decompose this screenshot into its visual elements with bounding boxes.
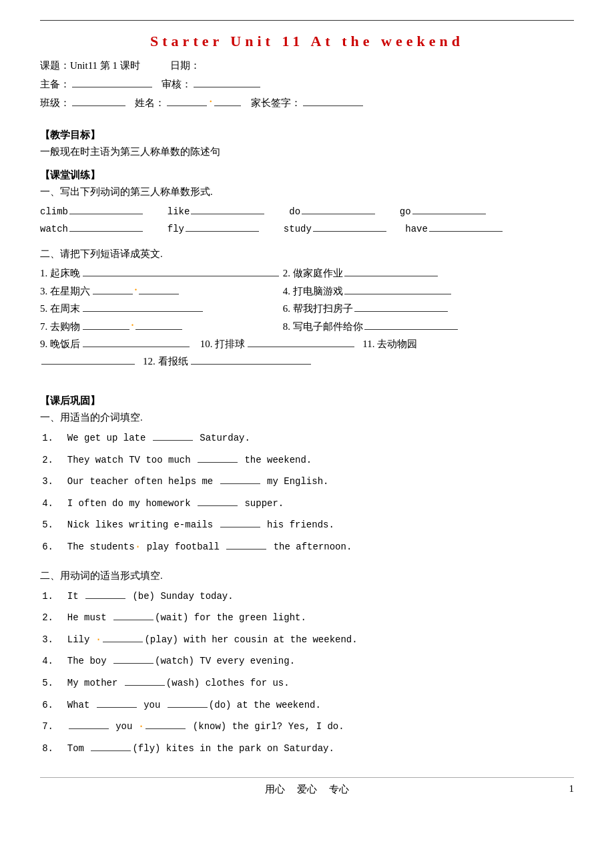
num-1-6: 6. [40,538,53,556]
blank-2-6b[interactable] [168,697,208,708]
sentence-2-4: 4. The boy (watch) TV every evening. [40,652,574,670]
study-blank[interactable] [313,221,386,232]
trans-blank-7b[interactable] [135,319,182,330]
trans-num-11-label: 11. 去动物园 [362,338,417,351]
blank-2-1[interactable] [85,588,125,599]
num-1-4: 4. [40,495,53,513]
footer-center: 用心 爱心 专心 [265,783,349,796]
climb-blank[interactable] [69,204,143,214]
consolidation-title: 【课后巩固】 [40,395,574,407]
blank-2-8[interactable] [91,740,131,751]
verb-have: have [400,221,504,234]
num-1-1: 1. [40,429,53,447]
num-2-7: 7. [40,718,53,736]
trans-blank-9[interactable] [83,337,190,347]
sentence-2-2: 2. He must (wait) for the green light. [40,609,574,627]
watch-blank[interactable] [69,221,143,232]
blank-2-3[interactable] [103,632,143,642]
num-2-3: 3. [40,631,53,649]
shenhe-field[interactable] [194,75,260,87]
verb-fill-title: 二、用动词的适当形式填空. [40,570,574,582]
parentLabel: 家长签字： [251,97,301,110]
trans-num-9: 9. 晚饭后 [40,338,80,351]
sentence-2-5: 5. My mother (wash) clothes for us. [40,674,574,692]
class-field[interactable] [72,94,125,106]
trans-num-10: 10. 打排球 [198,338,245,351]
do-blank[interactable] [302,204,375,214]
sentence-1-4: 4. I often do my homework supper. [40,495,574,513]
trans-9: 9. 晚饭后 [40,337,191,351]
page-number: 1 [569,783,575,795]
trans-row2: 3. 在星期六 · 4. 打电脑游戏 [40,283,574,298]
sentence-2-3: 3. Lily ·(play) with her cousin at the w… [40,631,574,649]
name-field2[interactable] [214,94,241,106]
have-blank[interactable] [429,221,503,232]
dot-7: · [131,318,134,332]
dot-s2-3: · [95,634,102,646]
blank-1-2[interactable] [198,452,238,463]
name-field1[interactable] [167,94,207,106]
trans-blank-11[interactable] [41,354,135,365]
top-divider [40,20,574,21]
verb-row1: climb like do go [40,204,574,217]
teaching-goals-title: 【教学目标】 [40,129,574,142]
trans-blank-4[interactable] [344,284,451,294]
trans-blank-7a[interactable] [83,319,129,330]
trans-row5: 9. 晚饭后 10. 打排球 11. 去动物园 [40,337,574,351]
trans-blank-8[interactable] [364,319,458,330]
trans-row1: 1. 起床晚 2. 做家庭作业 [40,266,574,280]
blank-1-3[interactable] [220,473,260,484]
blank-2-2[interactable] [113,610,154,620]
blank-2-7b[interactable] [145,718,186,729]
blank-1-6[interactable] [226,539,266,550]
verb-watch: watch [40,221,144,234]
num-2-2: 2. [40,609,53,627]
sentence-1-3: 3. Our teacher often helps me my English… [40,473,574,491]
trans-num-7: 7. 去购物 [40,320,80,333]
trans-num-1: 1. 起床晚 [40,267,80,280]
classroom-title: 【课堂训练】 [40,169,574,182]
classroom-practice-block: 【课堂训练】 一、写出下列动词的第三人称单数形式. climb like do … [40,169,574,368]
shenheLabel: 审核： [162,78,192,91]
blank-1-4[interactable] [198,495,238,506]
trans-10: 10. 打排球 [198,337,356,351]
parent-field[interactable] [303,94,363,106]
trans-blank-3a[interactable] [93,284,133,294]
go-blank[interactable] [412,204,486,214]
zhibei-field[interactable] [72,75,152,87]
blank-2-7a[interactable] [69,718,109,729]
nameLabel: 姓名： [135,97,165,110]
footer: 用心 爱心 专心 1 [40,777,574,796]
trans-blank-2[interactable] [344,266,438,276]
dateLabel: 日期： [170,59,200,72]
trans-blank-1[interactable] [83,266,279,276]
trans-num-6-label: 6. 帮我打扫房子 [280,302,353,315]
dot-3: · [134,283,137,296]
trans-blank-6[interactable] [354,301,448,312]
fly-blank[interactable] [186,221,259,232]
like-blank[interactable] [191,204,264,214]
blank-2-5[interactable] [125,675,165,686]
trans-num-2-label: 2. 做家庭作业 [280,267,343,280]
verb-go: go [388,204,487,217]
trans-blank-12[interactable] [191,354,311,365]
blank-1-1[interactable] [153,430,193,441]
trans-row3: 5. 在周末 6. 帮我打扫房子 [40,301,574,315]
num-2-4: 4. [40,652,53,670]
trans-blank-10[interactable] [248,337,354,347]
page-title: Starter Unit 11 At the weekend [40,33,574,50]
dot1: · [209,95,212,108]
trans-5: 5. 在周末 [40,301,280,315]
trans-3: 3. 在星期六 · [40,283,280,298]
footer-item-1: 用心 [265,783,285,796]
trans-blank-5[interactable] [83,301,203,312]
trans-1: 1. 起床晚 [40,266,280,280]
header-row1: 课题：Unit11 第 1 课时 日期： [40,59,574,72]
trans-blank-3b[interactable] [139,284,179,294]
teaching-goals-content: 一般现在时主语为第三人称单数的陈述句 [40,146,574,158]
sentence-2-1: 1. It (be) Sunday today. [40,588,574,606]
trans-num-4-label: 4. 打电脑游戏 [280,285,343,298]
blank-2-4[interactable] [113,653,154,664]
blank-1-5[interactable] [220,517,260,527]
blank-2-6a[interactable] [97,697,137,708]
